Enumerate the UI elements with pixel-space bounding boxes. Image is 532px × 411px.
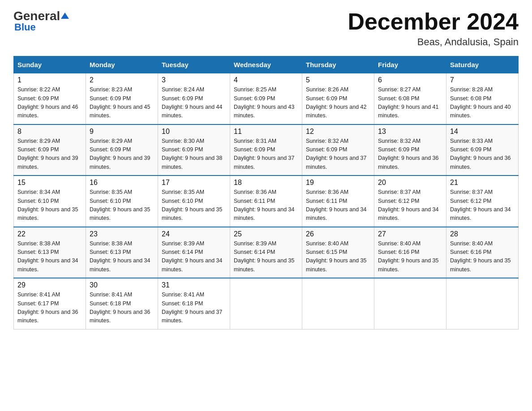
day-number: 24 — [162, 230, 226, 238]
calendar-cell: 15 Sunrise: 8:34 AM Sunset: 6:10 PM Dayl… — [14, 176, 86, 227]
calendar-cell: 30 Sunrise: 8:41 AM Sunset: 6:18 PM Dayl… — [86, 278, 158, 329]
calendar-cell: 25 Sunrise: 8:39 AM Sunset: 6:14 PM Dayl… — [230, 227, 302, 278]
calendar-cell — [302, 278, 374, 329]
calendar-cell: 23 Sunrise: 8:38 AM Sunset: 6:13 PM Dayl… — [86, 227, 158, 278]
calendar-cell: 16 Sunrise: 8:35 AM Sunset: 6:10 PM Dayl… — [86, 176, 158, 227]
day-number: 13 — [378, 128, 442, 136]
day-info: Sunrise: 8:31 AM Sunset: 6:09 PM Dayligh… — [234, 137, 298, 172]
day-number: 18 — [234, 179, 298, 187]
day-number: 16 — [90, 179, 154, 187]
calendar-cell: 9 Sunrise: 8:29 AM Sunset: 6:09 PM Dayli… — [86, 124, 158, 176]
day-number: 14 — [450, 128, 515, 136]
calendar-cell: 10 Sunrise: 8:30 AM Sunset: 6:09 PM Dayl… — [158, 124, 230, 176]
calendar-cell: 1 Sunrise: 8:22 AM Sunset: 6:09 PM Dayli… — [14, 73, 86, 124]
day-number: 8 — [17, 128, 82, 136]
day-info: Sunrise: 8:37 AM Sunset: 6:12 PM Dayligh… — [378, 188, 442, 223]
day-info: Sunrise: 8:26 AM Sunset: 6:09 PM Dayligh… — [306, 86, 370, 120]
calendar-cell: 21 Sunrise: 8:37 AM Sunset: 6:12 PM Dayl… — [446, 176, 519, 227]
day-number: 23 — [90, 230, 154, 238]
logo: General Blue — [13, 9, 69, 33]
day-number: 20 — [378, 179, 442, 187]
header-sunday: Sunday — [14, 56, 86, 73]
day-number: 25 — [234, 230, 298, 238]
day-info: Sunrise: 8:36 AM Sunset: 6:11 PM Dayligh… — [234, 188, 298, 223]
day-info: Sunrise: 8:29 AM Sunset: 6:09 PM Dayligh… — [90, 137, 154, 172]
calendar-cell: 19 Sunrise: 8:36 AM Sunset: 6:11 PM Dayl… — [302, 176, 374, 227]
day-info: Sunrise: 8:28 AM Sunset: 6:08 PM Dayligh… — [450, 86, 515, 120]
calendar-cell: 13 Sunrise: 8:32 AM Sunset: 6:09 PM Dayl… — [374, 124, 446, 176]
day-number: 11 — [234, 128, 298, 136]
header-thursday: Thursday — [302, 56, 374, 73]
day-number: 9 — [90, 128, 154, 136]
calendar-cell: 18 Sunrise: 8:36 AM Sunset: 6:11 PM Dayl… — [230, 176, 302, 227]
day-number: 5 — [306, 76, 370, 84]
day-number: 7 — [450, 76, 515, 84]
day-number: 17 — [162, 179, 226, 187]
header-wednesday: Wednesday — [230, 56, 302, 73]
calendar-cell: 29 Sunrise: 8:41 AM Sunset: 6:17 PM Dayl… — [14, 278, 86, 329]
calendar-cell — [446, 278, 519, 329]
day-number: 29 — [17, 281, 82, 289]
day-info: Sunrise: 8:41 AM Sunset: 6:18 PM Dayligh… — [162, 291, 226, 325]
day-number: 22 — [17, 230, 82, 238]
calendar-cell: 22 Sunrise: 8:38 AM Sunset: 6:13 PM Dayl… — [14, 227, 86, 278]
calendar-cell: 20 Sunrise: 8:37 AM Sunset: 6:12 PM Dayl… — [374, 176, 446, 227]
day-info: Sunrise: 8:39 AM Sunset: 6:14 PM Dayligh… — [162, 240, 226, 274]
day-info: Sunrise: 8:38 AM Sunset: 6:13 PM Dayligh… — [90, 240, 154, 274]
calendar-cell: 11 Sunrise: 8:31 AM Sunset: 6:09 PM Dayl… — [230, 124, 302, 176]
day-number: 6 — [378, 76, 442, 84]
calendar-cell: 17 Sunrise: 8:35 AM Sunset: 6:10 PM Dayl… — [158, 176, 230, 227]
day-info: Sunrise: 8:32 AM Sunset: 6:09 PM Dayligh… — [306, 137, 370, 172]
title-area: December 2024 Beas, Andalusia, Spain — [348, 9, 519, 48]
day-info: Sunrise: 8:35 AM Sunset: 6:10 PM Dayligh… — [162, 188, 226, 223]
header-saturday: Saturday — [446, 56, 519, 73]
calendar-header-row: Sunday Monday Tuesday Wednesday Thursday… — [14, 56, 519, 73]
day-info: Sunrise: 8:36 AM Sunset: 6:11 PM Dayligh… — [306, 188, 370, 223]
day-number: 4 — [234, 76, 298, 84]
day-info: Sunrise: 8:34 AM Sunset: 6:10 PM Dayligh… — [17, 188, 82, 223]
day-number: 12 — [306, 128, 370, 136]
calendar-cell — [374, 278, 446, 329]
day-info: Sunrise: 8:22 AM Sunset: 6:09 PM Dayligh… — [17, 86, 82, 120]
day-info: Sunrise: 8:33 AM Sunset: 6:09 PM Dayligh… — [450, 137, 515, 172]
location-title: Beas, Andalusia, Spain — [348, 36, 519, 48]
day-number: 28 — [450, 230, 515, 238]
day-info: Sunrise: 8:41 AM Sunset: 6:17 PM Dayligh… — [17, 291, 82, 325]
calendar-cell: 7 Sunrise: 8:28 AM Sunset: 6:08 PM Dayli… — [446, 73, 519, 124]
month-title: December 2024 — [348, 9, 519, 34]
day-number: 26 — [306, 230, 370, 238]
calendar-cell: 6 Sunrise: 8:27 AM Sunset: 6:08 PM Dayli… — [374, 73, 446, 124]
calendar-cell — [230, 278, 302, 329]
calendar-cell: 12 Sunrise: 8:32 AM Sunset: 6:09 PM Dayl… — [302, 124, 374, 176]
day-info: Sunrise: 8:30 AM Sunset: 6:09 PM Dayligh… — [162, 137, 226, 172]
header-tuesday: Tuesday — [158, 56, 230, 73]
calendar-cell: 14 Sunrise: 8:33 AM Sunset: 6:09 PM Dayl… — [446, 124, 519, 176]
day-number: 31 — [162, 281, 226, 289]
day-info: Sunrise: 8:23 AM Sunset: 6:09 PM Dayligh… — [90, 86, 154, 120]
header-monday: Monday — [86, 56, 158, 73]
calendar-cell: 24 Sunrise: 8:39 AM Sunset: 6:14 PM Dayl… — [158, 227, 230, 278]
logo-blue-text: Blue — [13, 21, 36, 33]
day-info: Sunrise: 8:41 AM Sunset: 6:18 PM Dayligh… — [90, 291, 154, 325]
day-number: 2 — [90, 76, 154, 84]
day-info: Sunrise: 8:32 AM Sunset: 6:09 PM Dayligh… — [378, 137, 442, 172]
calendar-cell: 2 Sunrise: 8:23 AM Sunset: 6:09 PM Dayli… — [86, 73, 158, 124]
calendar-cell: 27 Sunrise: 8:40 AM Sunset: 6:16 PM Dayl… — [374, 227, 446, 278]
logo-triangle-icon — [61, 13, 69, 20]
day-info: Sunrise: 8:40 AM Sunset: 6:16 PM Dayligh… — [378, 240, 442, 274]
day-number: 30 — [90, 281, 154, 289]
day-number: 19 — [306, 179, 370, 187]
svg-marker-0 — [61, 13, 69, 19]
calendar-cell: 5 Sunrise: 8:26 AM Sunset: 6:09 PM Dayli… — [302, 73, 374, 124]
calendar-table: Sunday Monday Tuesday Wednesday Thursday… — [13, 56, 519, 330]
day-info: Sunrise: 8:40 AM Sunset: 6:15 PM Dayligh… — [306, 240, 370, 274]
calendar-cell: 31 Sunrise: 8:41 AM Sunset: 6:18 PM Dayl… — [158, 278, 230, 329]
day-number: 1 — [17, 76, 82, 84]
calendar-cell: 4 Sunrise: 8:25 AM Sunset: 6:09 PM Dayli… — [230, 73, 302, 124]
calendar-cell: 3 Sunrise: 8:24 AM Sunset: 6:09 PM Dayli… — [158, 73, 230, 124]
day-number: 27 — [378, 230, 442, 238]
day-info: Sunrise: 8:29 AM Sunset: 6:09 PM Dayligh… — [17, 137, 82, 172]
day-number: 15 — [17, 179, 82, 187]
day-number: 3 — [162, 76, 226, 84]
day-info: Sunrise: 8:24 AM Sunset: 6:09 PM Dayligh… — [162, 86, 226, 120]
